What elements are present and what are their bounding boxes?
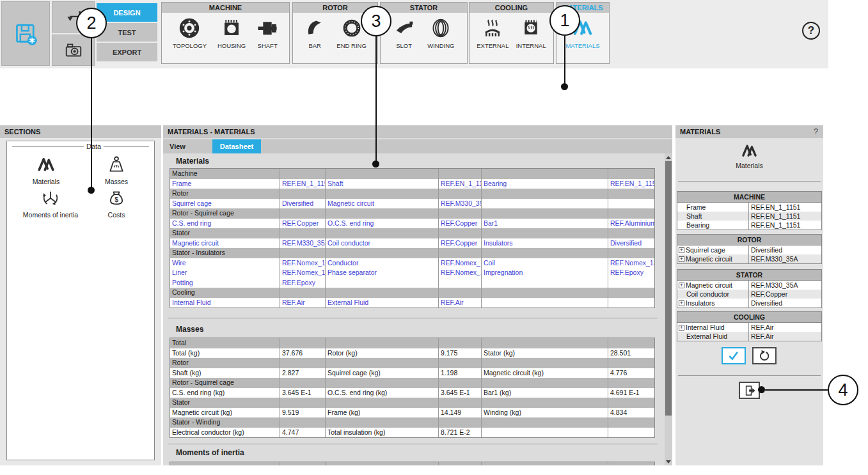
cell[interactable]: Liner bbox=[170, 268, 280, 278]
cell[interactable]: Insulators bbox=[482, 238, 608, 249]
panel-table-row[interactable]: BearingREF.EN_1_1151 bbox=[677, 221, 821, 230]
cell: Stator (kg) bbox=[482, 348, 608, 359]
ribbon-item-topology[interactable]: TOPOLOGY bbox=[173, 17, 207, 49]
expand-icon[interactable]: + bbox=[679, 325, 684, 331]
ribbon-item-external[interactable]: EXTERNAL bbox=[477, 17, 509, 49]
cell: Total (kg) bbox=[170, 348, 280, 359]
cell[interactable]: REF.EN_1_1151 bbox=[439, 179, 482, 189]
cell[interactable]: Conductor bbox=[326, 258, 439, 269]
cell[interactable]: Magnetic circuit bbox=[326, 199, 439, 209]
cell[interactable]: Coil bbox=[482, 258, 608, 269]
tab-datasheet[interactable]: Datasheet bbox=[212, 139, 261, 153]
panel-table-row[interactable]: +Internal FluidREF.Air bbox=[677, 323, 821, 332]
scroll-up-button[interactable] bbox=[665, 153, 672, 161]
tab-export[interactable]: EXPORT bbox=[97, 43, 157, 61]
cell bbox=[482, 298, 608, 308]
cell[interactable]: REF.Nomex_130 bbox=[439, 258, 482, 269]
cell[interactable]: C.S. end ring bbox=[170, 219, 280, 229]
cell bbox=[482, 189, 608, 199]
cell[interactable]: Squirrel cage bbox=[170, 199, 280, 209]
cell[interactable]: Diversified bbox=[608, 238, 654, 249]
cell[interactable]: Bearing bbox=[482, 179, 608, 189]
cell bbox=[326, 358, 439, 368]
cell[interactable]: REF.M330_35A bbox=[280, 238, 326, 249]
save-button[interactable] bbox=[1, 1, 50, 66]
section-item-masses[interactable]: Masses bbox=[88, 155, 145, 185]
section-item-materials[interactable]: Materials bbox=[17, 155, 75, 185]
panel-help-button[interactable]: ? bbox=[814, 125, 818, 138]
cell[interactable]: REF.Copper bbox=[439, 238, 482, 249]
cell[interactable]: Phase separator bbox=[326, 268, 439, 278]
cell[interactable]: O.C.S. end ring bbox=[326, 219, 439, 229]
cell[interactable]: REF.Copper bbox=[439, 219, 482, 229]
ribbon-item-internal[interactable]: INTERNAL bbox=[516, 17, 546, 49]
cell bbox=[439, 278, 482, 288]
cell[interactable]: Internal Fluid bbox=[170, 298, 280, 308]
cell[interactable]: REF.Nomex_130 bbox=[280, 258, 326, 269]
row-label: +Magnetic circuit bbox=[677, 281, 749, 290]
cell: Rotor bbox=[170, 189, 280, 199]
ribbon-item-slot[interactable]: SLOT bbox=[393, 17, 415, 49]
panel-table-row[interactable]: External FluidREF.Air bbox=[677, 332, 821, 341]
cell[interactable]: REF.Air bbox=[439, 298, 482, 308]
cell[interactable]: Bar1 bbox=[482, 219, 608, 229]
cell[interactable]: REF.Epoxy bbox=[280, 278, 326, 288]
cell[interactable]: REF.Epoxy bbox=[608, 268, 654, 278]
cell[interactable]: Frame bbox=[170, 179, 280, 189]
expand-icon[interactable]: + bbox=[679, 283, 684, 288]
cell[interactable]: REF.EN_1_1151 bbox=[280, 179, 326, 189]
cell bbox=[608, 199, 654, 209]
cooling-materials-table: COOLING+Internal FluidREF.AirExternal Fl… bbox=[677, 311, 822, 341]
cell[interactable]: REF.Nomex_130 bbox=[439, 268, 482, 278]
cell bbox=[608, 208, 654, 219]
ribbon-item-winding[interactable]: WINDING bbox=[427, 17, 454, 49]
cell bbox=[439, 462, 482, 465]
cell[interactable]: Wire bbox=[170, 258, 280, 269]
snapshot-button[interactable] bbox=[52, 35, 95, 66]
cell bbox=[608, 378, 654, 388]
panel-table-row[interactable]: Coil conductorREF.Copper bbox=[677, 290, 821, 299]
cell[interactable]: REF.EN_1_1151 bbox=[608, 179, 654, 189]
cell[interactable]: REF.Copper bbox=[280, 219, 326, 229]
ribbon-item-housing[interactable]: HOUSING bbox=[217, 17, 246, 49]
cell[interactable]: REF.Nomex_130 bbox=[608, 258, 654, 269]
cell[interactable]: Coil conductor bbox=[326, 238, 439, 249]
table-row: C.S. end ringREF.CopperO.C.S. end ringRE… bbox=[170, 219, 654, 229]
ribbon-item-bar[interactable]: BAR bbox=[304, 17, 326, 49]
panel-table-row[interactable]: +InsulatorsDiversified bbox=[677, 299, 821, 308]
cell[interactable]: Impregnation bbox=[482, 268, 608, 278]
vertical-scrollbar[interactable] bbox=[665, 153, 672, 465]
cell[interactable]: External Fluid bbox=[326, 298, 439, 308]
expand-icon[interactable]: + bbox=[679, 300, 684, 306]
section-item-moments-of-inertia[interactable]: Moments of inertia bbox=[15, 189, 86, 219]
panel-table-row[interactable]: +Magnetic circuitREF.M330_35A bbox=[677, 254, 821, 263]
svg-text:$: $ bbox=[114, 196, 118, 203]
tab-view[interactable]: View bbox=[166, 139, 189, 153]
scroll-down-button[interactable] bbox=[665, 458, 672, 465]
table-row: LinerREF.Nomex_130Phase separatorREF.Nom… bbox=[170, 268, 654, 278]
cell[interactable]: Diversified bbox=[280, 199, 326, 209]
help-button[interactable]: ? bbox=[802, 22, 820, 40]
cell[interactable]: Magnetic circuit bbox=[170, 238, 280, 249]
export-button[interactable] bbox=[739, 382, 760, 399]
cell[interactable]: Shaft bbox=[326, 179, 439, 189]
panel-table-row[interactable]: +Magnetic circuitREF.M330_35A bbox=[677, 281, 821, 290]
panel-table-row[interactable]: +Squirrel cageDiversified bbox=[677, 245, 821, 254]
reset-button[interactable] bbox=[752, 347, 777, 364]
expand-icon[interactable]: + bbox=[679, 256, 684, 262]
cell bbox=[280, 398, 326, 408]
cell[interactable]: REF.M330_35A bbox=[439, 199, 482, 209]
cell bbox=[482, 208, 608, 219]
panel-table-row[interactable]: ShaftREF.EN_1_1151 bbox=[677, 212, 821, 221]
section-divider bbox=[168, 444, 658, 444]
cell bbox=[482, 199, 608, 209]
expand-icon[interactable]: + bbox=[679, 247, 684, 253]
cell[interactable]: Potting bbox=[170, 278, 280, 288]
cell[interactable]: REF.Nomex_130 bbox=[280, 268, 326, 278]
cell[interactable]: REF.Aluminium bbox=[608, 219, 654, 229]
panel-table-row[interactable]: FrameREF.EN_1_1151 bbox=[677, 203, 821, 212]
apply-button[interactable] bbox=[722, 347, 746, 364]
cell[interactable]: REF.Air bbox=[280, 298, 326, 308]
scrollbar-thumb[interactable] bbox=[665, 161, 672, 416]
ribbon-item-shaft[interactable]: SHAFT bbox=[256, 17, 278, 49]
